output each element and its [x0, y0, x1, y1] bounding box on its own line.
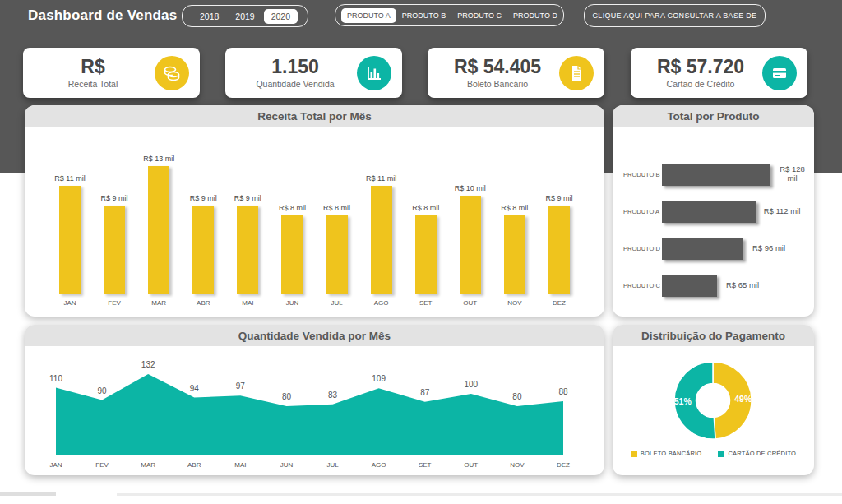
bar	[237, 206, 258, 294]
bar	[662, 201, 756, 223]
bar-column: R$ 8 mil	[314, 204, 359, 294]
bar	[662, 238, 743, 260]
bar-value-label: R$ 10 mil	[455, 184, 486, 192]
donut-pct-label: 49%	[734, 394, 752, 404]
panel-title: Quantidade Vendida por Mês	[25, 325, 604, 346]
payment-legend: BOLETO BANCÁRIOCARTÃO DE CRÉDITO	[613, 450, 814, 457]
product-tab-c[interactable]: PRODUTO C	[451, 8, 507, 23]
month-label: DEZ	[557, 461, 570, 469]
bar	[148, 166, 169, 294]
bar-value-label: R$ 9 mil	[234, 194, 261, 202]
product-row: PRODUTO DR$ 96 mil	[623, 237, 809, 260]
bar	[460, 196, 481, 294]
month-label: AGO	[372, 461, 386, 469]
bar-column: R$ 8 mil	[270, 204, 314, 294]
kpi-label: Boleto Bancário	[436, 79, 559, 89]
product-row: PRODUTO CR$ 65 mil	[623, 274, 809, 297]
credit-card-icon	[762, 56, 797, 90]
product-row: PRODUTO BR$ 128 mil	[623, 163, 809, 186]
bar	[415, 215, 437, 294]
bar	[192, 206, 214, 294]
bar-value-label: R$ 8 mil	[279, 204, 306, 212]
panel-title: Total por Produto	[613, 105, 814, 127]
bar-value-label: R$ 11 mil	[54, 174, 85, 183]
sheet-tab[interactable]	[56, 492, 117, 500]
month-label: JAN	[48, 299, 92, 307]
legend-swatch	[631, 451, 637, 457]
bar	[504, 215, 525, 294]
legend-swatch	[718, 451, 724, 457]
area-value-label: 110	[49, 374, 62, 383]
donut-pct-label: 51%	[674, 396, 692, 406]
product-tab-a[interactable]: PRODUTO A	[341, 8, 396, 23]
kpi-label: Quantidade Vendida	[234, 79, 357, 89]
bar	[662, 164, 770, 186]
kpi-card-receita-total: R$ Receita Total	[23, 48, 200, 98]
bar	[548, 206, 570, 294]
area-value-label: 90	[98, 386, 108, 395]
bar-column: R$ 11 mil	[48, 174, 92, 294]
area-value-label: 83	[328, 391, 338, 400]
bar-value-label: R$ 96 mil	[748, 244, 789, 253]
area-value-label: 80	[512, 392, 522, 401]
bar-value-label: R$ 8 mil	[323, 204, 350, 212]
revenue-by-month-panel: Receita Total por Mês R$ 11 milR$ 9 milR…	[25, 105, 604, 317]
month-label: JUL	[314, 299, 359, 307]
scrollbar-track-left	[0, 492, 56, 496]
bar-column: R$ 9 mil	[181, 194, 225, 294]
area-value-label: 88	[558, 387, 568, 396]
legend-label: CARTÃO DE CRÉDITO	[728, 450, 796, 457]
bar	[371, 186, 392, 294]
area-value-label: 97	[236, 381, 246, 391]
bar	[104, 206, 125, 294]
quantity-by-month-panel: Quantidade Vendida por Mês 110JAN90FEV13…	[25, 325, 604, 475]
product-tab-d[interactable]: PRODUTO D	[507, 8, 563, 23]
bar-column: R$ 9 mil	[92, 194, 136, 294]
month-label: MAR	[136, 299, 181, 307]
bar-column: R$ 11 mil	[359, 174, 404, 294]
month-label: FEV	[92, 299, 136, 307]
bar-value-label: R$ 9 mil	[545, 194, 572, 202]
bar-value-label: R$ 8 mil	[412, 204, 439, 212]
area-value-label: 132	[141, 360, 155, 369]
year-tab-2020[interactable]: 2020	[264, 9, 298, 24]
kpi-label: Receita Total	[31, 79, 155, 89]
kpi-card-boleto-bancario: R$ 54.405 Boleto Bancário	[428, 48, 604, 98]
quantity-area-chart: 110JAN90FEV132MAR94ABR97MAI80JUN83JUL109…	[25, 346, 604, 471]
month-label: JUN	[270, 299, 314, 307]
panel-title: Distribuição do Pagamento	[613, 325, 814, 346]
bar-value-label: R$ 112 mil	[761, 207, 803, 216]
page-title: Dashboard de Vendas	[28, 7, 177, 24]
bar-column: R$ 8 mil	[493, 204, 537, 294]
month-label: MAI	[234, 461, 246, 469]
kpi-card-cartao-credito: R$ 57.720 Cartão de Crédito	[631, 48, 807, 98]
coins-icon	[155, 56, 189, 90]
month-label: OUT	[448, 299, 493, 307]
product-bar-rows: PRODUTO BR$ 128 milPRODUTO AR$ 112 milPR…	[613, 127, 814, 297]
product-tab-b[interactable]: PRODUTO B	[396, 8, 451, 23]
bar-column: R$ 9 mil	[537, 194, 581, 294]
kpi-card-quantidade-vendida: 1.150 Quantidade Vendida	[225, 48, 402, 98]
bar-value-label: R$ 9 mil	[190, 194, 217, 202]
kpi-value: R$ 54.405	[436, 57, 559, 77]
kpi-value: 1.150	[234, 57, 357, 77]
product-row: PRODUTO AR$ 112 mil	[623, 200, 809, 223]
bar	[281, 215, 303, 294]
month-label: NOV	[493, 299, 537, 307]
month-label: ABR	[187, 461, 201, 469]
kpi-value: R$ 57.720	[639, 57, 762, 77]
year-tab-2019[interactable]: 2019	[228, 9, 261, 24]
month-label: AGO	[359, 299, 404, 307]
document-icon	[559, 56, 594, 90]
bar-value-label: R$ 11 mil	[366, 174, 396, 183]
product-label: PRODUTO C	[623, 282, 662, 289]
product-label: PRODUTO D	[623, 245, 662, 252]
consult-database-button[interactable]: CLIQUE AQUI PARA CONSULTAR A BASE DE	[584, 4, 766, 27]
month-label: OUT	[464, 461, 478, 469]
area-value-label: 94	[190, 384, 200, 393]
month-label: JUN	[280, 461, 294, 469]
year-tab-2018[interactable]: 2018	[192, 9, 226, 24]
kpi-value: R$	[31, 57, 155, 77]
area-value-label: 87	[420, 388, 430, 397]
bar-column: R$ 10 mil	[448, 184, 493, 294]
